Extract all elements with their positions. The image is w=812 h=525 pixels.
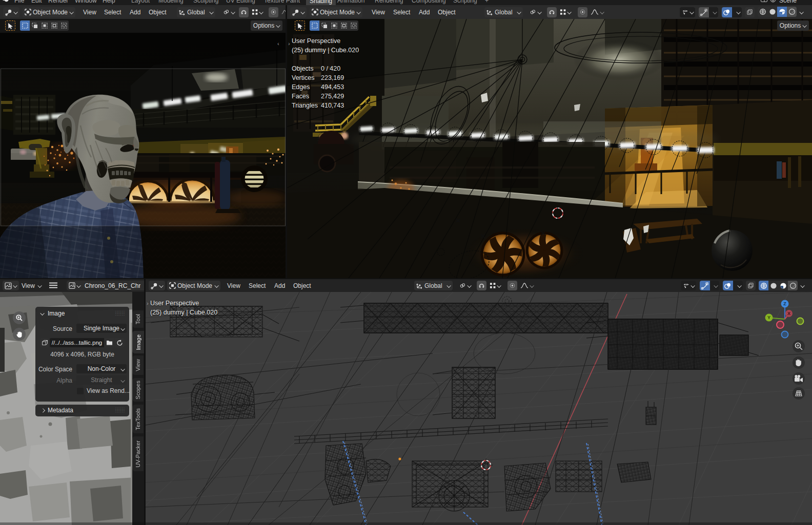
svg-text:Z: Z [783, 301, 786, 306]
svg-text:X: X [787, 311, 790, 316]
svg-text:Y: Y [767, 315, 770, 320]
